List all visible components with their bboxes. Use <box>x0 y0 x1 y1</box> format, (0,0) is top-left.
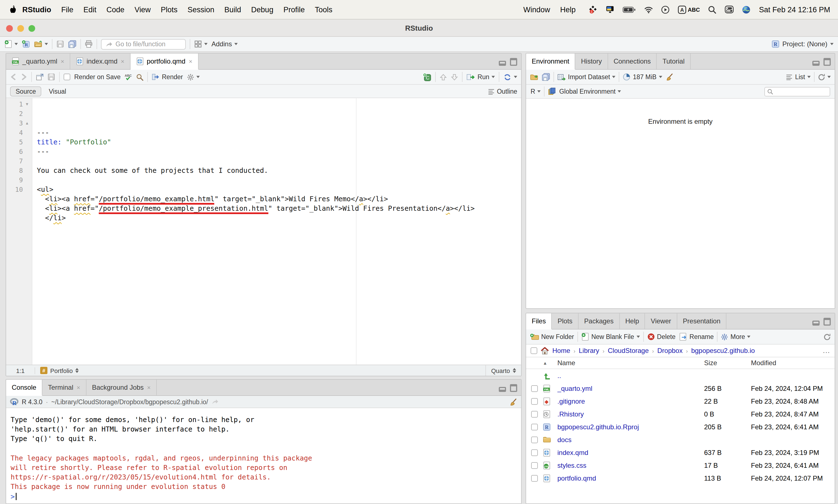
open-directory-icon[interactable] <box>211 399 219 405</box>
menu-clock[interactable]: Sat Feb 24 12:16 PM <box>759 5 830 14</box>
save-all-button[interactable] <box>68 40 76 48</box>
files-tab-files[interactable]: Files <box>526 313 552 329</box>
code-line[interactable] <box>37 176 521 185</box>
menu-item-code[interactable]: Code <box>102 5 130 14</box>
input-a-menu-icon[interactable]: AABC <box>678 5 700 14</box>
file-row-styles-css[interactable]: CSSstyles.css17 BFeb 23, 2024, 6:41 AM <box>526 459 835 472</box>
addins-grid-button[interactable] <box>194 40 208 48</box>
maximize-pane-icon[interactable] <box>823 318 831 325</box>
zoom-window-button[interactable] <box>29 25 35 32</box>
file-checkbox[interactable] <box>531 449 538 456</box>
file-name[interactable]: index.qmd <box>557 449 704 456</box>
source-tab-quarto-yml[interactable]: YML_quarto.yml× <box>6 54 70 69</box>
addins-button[interactable]: Addins <box>211 40 238 48</box>
code-line[interactable]: <li><a href="/portfolio/memo_example.htm… <box>37 195 521 204</box>
new-folder-button[interactable]: New Folder <box>530 333 574 340</box>
minimize-pane-icon[interactable] <box>499 387 506 392</box>
menu-item-file[interactable]: File <box>56 5 78 14</box>
files-tab-packages[interactable]: Packages <box>579 313 619 329</box>
new-project-button[interactable]: R <box>22 40 30 48</box>
select-all-checkbox[interactable] <box>530 347 537 354</box>
minimize-pane-icon[interactable] <box>499 61 506 66</box>
breadcrumb-bgpopescu2-github-io[interactable]: bgpopescu2.github.io <box>691 347 755 355</box>
insert-chunk-icon[interactable]: C <box>423 73 431 81</box>
render-button[interactable]: Render <box>152 73 183 81</box>
go-previous-section-icon[interactable] <box>440 73 447 80</box>
spellcheck-icon[interactable]: ABC <box>124 73 132 80</box>
import-dataset-button[interactable]: Import Dataset <box>557 73 616 80</box>
source-tab-index-qmd[interactable]: index.qmd× <box>70 54 130 69</box>
environment-tab-tutorial[interactable]: Tutorial <box>657 54 691 69</box>
rerun-button[interactable] <box>503 73 517 80</box>
list-view-button[interactable]: List <box>786 74 811 80</box>
file-name[interactable]: _quarto.yml <box>557 384 704 392</box>
globe-menu-icon[interactable] <box>742 5 751 14</box>
clear-console-icon[interactable] <box>509 398 517 406</box>
find-replace-icon[interactable] <box>136 73 143 80</box>
files-tab-presentation[interactable]: Presentation <box>677 313 727 329</box>
display-menu-icon[interactable] <box>606 5 614 13</box>
refresh-files-icon[interactable] <box>823 333 831 340</box>
environment-tab-connections[interactable]: Connections <box>608 54 657 69</box>
environment-selector[interactable]: Global Environment <box>559 88 621 95</box>
new-file-button[interactable] <box>4 40 18 48</box>
menu-item-window[interactable]: Window <box>518 5 555 14</box>
print-button[interactable] <box>85 40 93 48</box>
load-workspace-icon[interactable] <box>530 73 538 80</box>
menu-item-profile[interactable]: Profile <box>278 5 310 14</box>
console-prompt-line[interactable]: > <box>11 492 517 502</box>
file-name[interactable]: bgpopescu2.github.io.Rproj <box>557 423 704 431</box>
console-tab-console[interactable]: Console <box>6 380 42 396</box>
file-checkbox[interactable] <box>531 462 538 469</box>
console-tab-terminal[interactable]: Terminal× <box>42 380 86 395</box>
menu-item-build[interactable]: Build <box>219 5 246 14</box>
rename-button[interactable]: Rename <box>679 333 714 341</box>
menu-item-rstudio[interactable]: RStudio <box>17 5 56 14</box>
refresh-environment-button[interactable] <box>818 73 831 80</box>
breadcrumb-dropbox[interactable]: Dropbox <box>657 347 683 355</box>
save-workspace-icon[interactable] <box>542 73 550 81</box>
run-button[interactable]: Run <box>467 73 495 80</box>
close-tab-icon[interactable]: × <box>121 58 124 65</box>
code-line[interactable]: --- <box>37 128 521 138</box>
file-name[interactable]: .Rhistory <box>557 410 704 418</box>
environment-tab-history[interactable]: History <box>576 54 608 69</box>
breadcrumb-overflow[interactable]: ... <box>823 347 830 355</box>
more-button[interactable]: More <box>721 333 750 340</box>
fold-marker-icon[interactable]: ▼ <box>23 100 31 109</box>
menu-item-session[interactable]: Session <box>182 5 219 14</box>
minimize-pane-icon[interactable] <box>812 61 820 66</box>
menu-item-tools[interactable]: Tools <box>310 5 337 14</box>
menu-item-edit[interactable]: Edit <box>78 5 102 14</box>
format-selector[interactable]: Quarto <box>486 365 521 376</box>
file-checkbox[interactable] <box>531 436 538 443</box>
project-selector[interactable]: R Project: (None) <box>772 40 834 48</box>
console-output[interactable]: Type 'demo()' for some demos, 'help()' f… <box>6 408 521 503</box>
minimize-pane-icon[interactable] <box>812 321 820 326</box>
maximize-pane-icon[interactable] <box>823 58 831 66</box>
fold-marker-icon[interactable]: ▲ <box>23 119 31 128</box>
forward-icon[interactable] <box>21 74 27 80</box>
environment-search-input[interactable] <box>764 87 830 96</box>
close-tab-icon[interactable]: × <box>147 384 151 391</box>
code-line[interactable]: title: "Portfolio" <box>37 138 521 147</box>
delete-button[interactable]: Delete <box>647 333 676 341</box>
file-row-rhistory[interactable]: .Rhistory0 BFeb 23, 2024, 8:47 AM <box>526 408 835 420</box>
file-name[interactable]: .. <box>557 372 704 379</box>
close-tab-icon[interactable]: × <box>60 58 64 65</box>
column-size[interactable]: Size <box>704 359 751 367</box>
breadcrumb-home[interactable]: Home <box>552 347 570 355</box>
files-tab-viewer[interactable]: Viewer <box>645 313 677 329</box>
mode-visual-button[interactable]: Visual <box>43 86 72 96</box>
breadcrumb-library[interactable]: Library <box>579 347 599 355</box>
open-file-button[interactable] <box>34 40 48 48</box>
file-row-gitignore[interactable]: .gitignore22 BFeb 23, 2024, 8:48 AM <box>526 395 835 408</box>
source-tab-portfolio-qmd[interactable]: portfolio.qmd× <box>130 54 198 70</box>
wifi-menu-icon[interactable] <box>644 6 653 13</box>
play-menu-icon[interactable] <box>661 5 669 14</box>
menu-item-debug[interactable]: Debug <box>246 5 278 14</box>
spotlight-menu-icon[interactable] <box>708 5 717 14</box>
file-row-portfolio-qmd[interactable]: portfolio.qmd113 BFeb 24, 2024, 12:07 PM <box>526 472 835 485</box>
column-modified[interactable]: Modified <box>751 359 835 367</box>
breadcrumb-cloudstorage[interactable]: CloudStorage <box>608 347 649 355</box>
